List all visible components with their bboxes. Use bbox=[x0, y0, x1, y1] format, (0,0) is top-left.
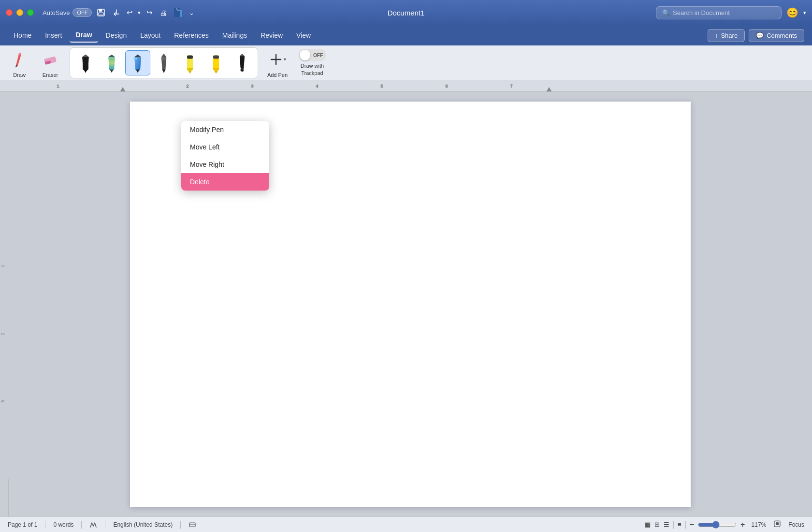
pen-7[interactable] bbox=[230, 50, 255, 75]
pen-3[interactable] bbox=[125, 50, 150, 75]
eraser-tool-label: Eraser bbox=[43, 72, 58, 78]
pen-1[interactable] bbox=[73, 50, 98, 75]
pen-2[interactable] bbox=[99, 50, 124, 75]
pen-1-icon bbox=[77, 51, 94, 74]
minimize-button[interactable] bbox=[16, 9, 23, 16]
left-margin-ruler: 1 2 3 bbox=[0, 92, 9, 517]
eraser-tool[interactable]: Eraser bbox=[39, 48, 62, 78]
svg-marker-33 bbox=[240, 54, 245, 56]
titlebar-controls: AutoSave OFF ↩ ▾ ↪ 🖨 ⌄ bbox=[43, 7, 196, 18]
menu-item-mailings[interactable]: Mailings bbox=[217, 29, 253, 42]
status-divider-4 bbox=[180, 521, 181, 529]
align-justify-icon[interactable]: ≡ bbox=[678, 521, 682, 528]
pen-6-icon bbox=[207, 51, 225, 74]
svg-text:3: 3 bbox=[251, 84, 253, 89]
status-bar: Page 1 of 1 0 words English (United Stat… bbox=[0, 517, 812, 532]
draw-toolbar: Draw Eraser bbox=[0, 45, 812, 80]
autosave-label: AutoSave bbox=[43, 9, 70, 16]
search-input[interactable] bbox=[673, 9, 775, 16]
status-divider-6 bbox=[685, 521, 686, 529]
vertical-ruler-svg: 1 2 3 bbox=[0, 92, 9, 479]
autosave-toggle[interactable]: OFF bbox=[72, 8, 92, 17]
undo-dropdown-button[interactable]: ▾ bbox=[137, 9, 142, 17]
emoji-button[interactable]: 😊 bbox=[786, 7, 798, 18]
search-icon: 🔍 bbox=[662, 9, 670, 16]
layout-svg bbox=[188, 521, 196, 529]
ctx-modify-pen[interactable]: Modify Pen bbox=[181, 121, 269, 138]
titlebar-right: 🔍 😊 ▾ bbox=[656, 6, 806, 19]
pen-4[interactable] bbox=[151, 50, 176, 75]
share-button[interactable]: ↑ Share bbox=[708, 29, 745, 42]
eraser-icon-wrap[interactable] bbox=[39, 48, 62, 71]
menu-item-design[interactable]: Design bbox=[100, 29, 133, 42]
list-view-icon[interactable]: ☰ bbox=[664, 521, 669, 528]
comments-button[interactable]: 💬 Comments bbox=[749, 29, 804, 42]
draw-tool-icon-wrap[interactable] bbox=[8, 48, 31, 71]
ctx-move-left[interactable]: Move Left bbox=[181, 138, 269, 156]
pen-5[interactable] bbox=[177, 50, 203, 75]
draw-tool[interactable]: Draw bbox=[8, 48, 31, 78]
menu-item-view[interactable]: View bbox=[290, 29, 317, 42]
menu-item-insert[interactable]: Insert bbox=[39, 29, 68, 42]
ctx-delete[interactable]: Delete bbox=[181, 173, 269, 191]
svg-rect-1 bbox=[99, 9, 102, 12]
zoom-in-button[interactable]: + bbox=[740, 520, 745, 529]
redo-button[interactable]: ↪ bbox=[145, 7, 155, 18]
status-divider-3 bbox=[105, 521, 105, 529]
trackpad-label: Draw with Trackpad bbox=[301, 62, 324, 76]
page-outline-icon[interactable]: ⊞ bbox=[654, 521, 660, 528]
focus-svg bbox=[774, 520, 781, 527]
save-icon bbox=[97, 8, 105, 17]
add-pen-icon-wrap[interactable]: ▾ bbox=[266, 48, 289, 71]
svg-text:2: 2 bbox=[186, 84, 188, 89]
zoom-out-button[interactable]: − bbox=[690, 520, 694, 529]
traffic-lights bbox=[6, 9, 34, 16]
zoom-slider[interactable] bbox=[698, 521, 737, 529]
close-button[interactable] bbox=[6, 9, 13, 16]
proofing-svg bbox=[89, 521, 97, 529]
trackpad-toggle[interactable]: OFF bbox=[299, 49, 326, 61]
draw-trackpad-group: OFF Draw with Trackpad bbox=[299, 49, 326, 76]
chevron-down-icon[interactable]: ▾ bbox=[803, 10, 806, 16]
ruler-svg: 1 2 3 4 5 6 7 bbox=[0, 80, 812, 92]
quick-save-button[interactable] bbox=[110, 7, 123, 18]
toggle-off-label: OFF bbox=[313, 53, 323, 58]
draw-tool-label: Draw bbox=[13, 72, 26, 78]
toggle-knob bbox=[300, 50, 310, 60]
pen-7-icon bbox=[233, 51, 251, 74]
word-doc-button[interactable] bbox=[172, 7, 184, 18]
pen-4-icon bbox=[155, 51, 173, 74]
svg-rect-31 bbox=[213, 55, 219, 59]
svg-rect-55 bbox=[776, 522, 779, 525]
menu-item-layout[interactable]: Layout bbox=[134, 29, 166, 42]
svg-text:1: 1 bbox=[0, 265, 5, 267]
page-view-icon[interactable]: ▦ bbox=[645, 521, 651, 528]
add-pen-group[interactable]: ▾ Add Pen bbox=[266, 48, 289, 78]
menu-item-draw[interactable]: Draw bbox=[70, 28, 98, 43]
svg-marker-26 bbox=[188, 70, 192, 74]
proofing-icon bbox=[89, 521, 97, 529]
menu-item-references[interactable]: References bbox=[168, 29, 215, 42]
zoom-controls: ▦ ⊞ ☰ ≡ − + 117% bbox=[645, 520, 766, 529]
focus-label[interactable]: Focus bbox=[788, 521, 804, 528]
menu-item-home[interactable]: Home bbox=[8, 29, 37, 42]
svg-marker-15 bbox=[110, 69, 114, 73]
menu-item-review[interactable]: Review bbox=[255, 29, 289, 42]
focus-icon[interactable] bbox=[774, 520, 781, 529]
maximize-button[interactable] bbox=[27, 9, 34, 16]
ctx-move-right[interactable]: Move Right bbox=[181, 156, 269, 173]
title-bar: AutoSave OFF ↩ ▾ ↪ 🖨 ⌄ Document1 bbox=[0, 0, 812, 25]
svg-point-19 bbox=[135, 58, 137, 59]
svg-marker-21 bbox=[163, 54, 164, 55]
svg-rect-23 bbox=[161, 57, 166, 60]
more-button[interactable]: ⌄ bbox=[187, 8, 196, 17]
svg-marker-18 bbox=[136, 69, 140, 73]
undo-button[interactable]: ↩ bbox=[126, 7, 134, 18]
pen-6[interactable] bbox=[203, 50, 229, 75]
doc-scroll-area[interactable] bbox=[9, 92, 812, 517]
svg-marker-13 bbox=[108, 54, 115, 72]
svg-marker-22 bbox=[162, 69, 166, 73]
save-local-button[interactable] bbox=[95, 7, 107, 18]
search-box[interactable]: 🔍 bbox=[656, 6, 782, 19]
print-button[interactable]: 🖨 bbox=[158, 8, 169, 18]
